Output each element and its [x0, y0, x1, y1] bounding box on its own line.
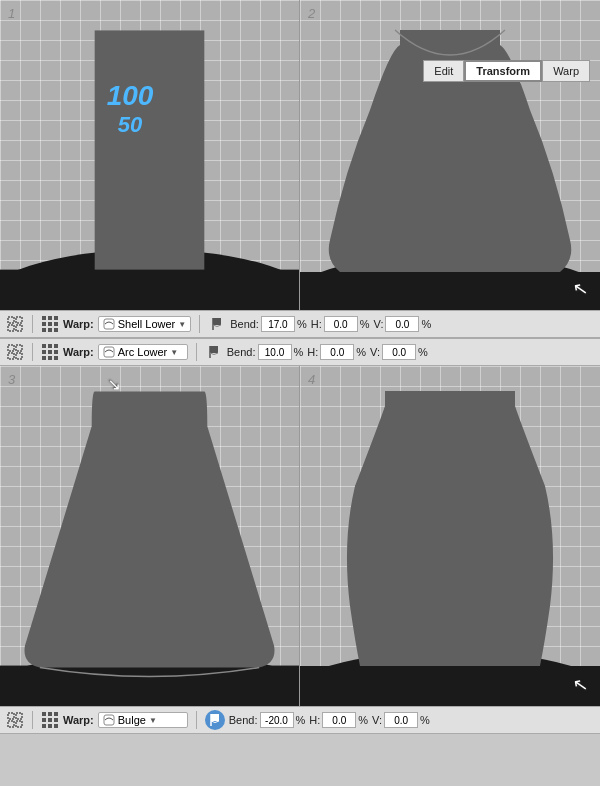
svg-rect-11: [54, 316, 58, 320]
warp-flag-icon-3: [208, 713, 222, 727]
dropdown-arrow-3: ▼: [149, 716, 157, 725]
warp-flag-icon-1: [208, 315, 226, 333]
svg-rect-21: [16, 345, 22, 351]
warp-grid-icon-1: [41, 315, 59, 333]
bend-input-2[interactable]: [258, 344, 292, 360]
v-percent-1: %: [421, 318, 431, 330]
h-label-3: H:: [309, 714, 320, 726]
canvas-button-row: Edit Transform Warp: [423, 60, 590, 82]
warp-style-dropdown-1[interactable]: Shell Lower ▼: [98, 316, 191, 332]
svg-rect-8: [16, 325, 22, 331]
h-field-3: H: %: [309, 712, 368, 728]
canvas-value-100: 100: [107, 80, 154, 112]
sep-1a: [32, 315, 33, 333]
svg-rect-20: [8, 345, 14, 351]
h-input-2[interactable]: [320, 344, 354, 360]
edit-button[interactable]: Edit: [423, 60, 464, 82]
h-percent-1: %: [360, 318, 370, 330]
selection-icon-3: [6, 711, 24, 729]
warp-style-dropdown-3[interactable]: Bulge ▼: [98, 712, 188, 728]
svg-rect-49: [42, 724, 46, 728]
selection-icon-1: [6, 315, 24, 333]
svg-rect-4: [300, 272, 600, 310]
svg-rect-44: [48, 712, 52, 716]
v-input-1[interactable]: [385, 316, 419, 332]
sep-1b: [199, 315, 200, 333]
warp-active-icon[interactable]: [205, 710, 225, 730]
bend-field-2: Bend: %: [227, 344, 304, 360]
warp-flag-icon-2: [205, 343, 223, 361]
svg-rect-51: [54, 724, 58, 728]
sep-3a: [32, 711, 33, 729]
toolbar-3: Warp: Bulge ▼ Bend: % H: % V: %: [0, 706, 600, 734]
h-input-1[interactable]: [324, 316, 358, 332]
bend-label-2: Bend:: [227, 346, 256, 358]
bend-label-1: Bend:: [230, 318, 259, 330]
transform-button[interactable]: Transform: [464, 60, 542, 82]
selection-icon-2: [6, 343, 24, 361]
svg-rect-31: [48, 356, 52, 360]
canvas-3-shape: [0, 366, 299, 706]
canvas-3: 3 ↖: [0, 366, 300, 706]
svg-rect-26: [54, 344, 58, 348]
bend-field-3: Bend: %: [229, 712, 306, 728]
bend-field-1: Bend: %: [230, 316, 307, 332]
svg-rect-6: [16, 317, 22, 323]
svg-rect-48: [54, 718, 58, 722]
canvas-1: 1 100 50: [0, 0, 300, 310]
svg-rect-17: [54, 328, 58, 332]
sep-3b: [196, 711, 197, 729]
v-percent-3: %: [420, 714, 430, 726]
bend-label-3: Bend:: [229, 714, 258, 726]
h-input-3[interactable]: [322, 712, 356, 728]
toolbar-1: Warp: Shell Lower ▼ Bend: % H: % V: %: [0, 310, 600, 338]
cursor-arrow-3: ↖: [108, 376, 121, 395]
warp-grid-icon-3: [41, 711, 59, 729]
warp-label-2: Warp:: [63, 346, 94, 358]
canvas-4-shape: [300, 366, 600, 706]
sep-2a: [32, 343, 33, 361]
warp-style-dropdown-2[interactable]: Arc Lower ▼: [98, 344, 188, 360]
svg-rect-10: [48, 316, 52, 320]
canvas-1-shape: [0, 0, 299, 310]
v-field-2: V: %: [370, 344, 428, 360]
canvas-2: 2 Edit Transform Warp ↖: [300, 0, 600, 310]
svg-rect-42: [16, 721, 22, 727]
svg-rect-38: [300, 666, 600, 706]
svg-rect-43: [42, 712, 46, 716]
h-percent-2: %: [356, 346, 366, 358]
svg-rect-15: [42, 328, 46, 332]
v-label-3: V:: [372, 714, 382, 726]
warp-style-icon-3: [103, 714, 115, 726]
warp-label-1: Warp:: [63, 318, 94, 330]
v-percent-2: %: [418, 346, 428, 358]
svg-rect-23: [16, 353, 22, 359]
svg-rect-1: [0, 270, 299, 310]
h-label-1: H:: [311, 318, 322, 330]
svg-rect-30: [42, 356, 46, 360]
bend-percent-2: %: [294, 346, 304, 358]
svg-rect-5: [8, 317, 14, 323]
warp-style-value-1: Shell Lower: [118, 318, 175, 330]
warp-grid-icon-2: [41, 343, 59, 361]
bend-input-3[interactable]: [260, 712, 294, 728]
svg-rect-7: [8, 325, 14, 331]
svg-rect-41: [8, 721, 14, 727]
svg-rect-24: [42, 344, 46, 348]
svg-rect-39: [8, 713, 14, 719]
v-input-2[interactable]: [382, 344, 416, 360]
svg-rect-36: [0, 666, 299, 706]
svg-rect-29: [54, 350, 58, 354]
svg-rect-16: [48, 328, 52, 332]
v-input-3[interactable]: [384, 712, 418, 728]
canvas-2-shape: [300, 0, 600, 310]
svg-rect-47: [48, 718, 52, 722]
h-percent-3: %: [358, 714, 368, 726]
bend-percent-3: %: [296, 714, 306, 726]
svg-rect-22: [8, 353, 14, 359]
bend-input-1[interactable]: [261, 316, 295, 332]
dropdown-arrow-2: ▼: [170, 348, 178, 357]
toolbar-2: Warp: Arc Lower ▼ Bend: % H: % V: %: [0, 338, 600, 366]
warp-header-button[interactable]: Warp: [542, 60, 590, 82]
warp-label-3: Warp:: [63, 714, 94, 726]
